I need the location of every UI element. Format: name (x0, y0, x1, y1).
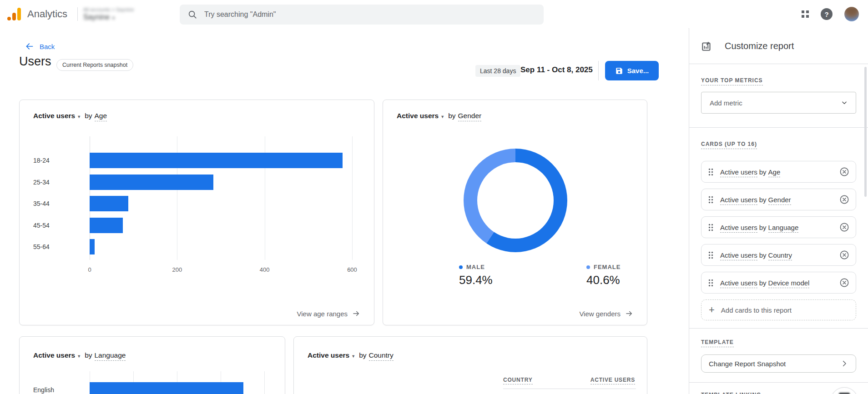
topbar-divider (77, 7, 78, 21)
age-bar-chart: 020040060018-2425-3435-4445-5455-64 (20, 100, 374, 325)
view-age-ranges-link[interactable]: View age ranges (297, 309, 360, 318)
sidebar-card-label: Active usersbyGender (720, 196, 833, 204)
active-users-column-header[interactable]: ACTIVE USERS (590, 377, 635, 384)
age-category-label: 35-44 (33, 200, 50, 207)
add-cards-label: Add cards to this report (721, 306, 792, 314)
add-cards-button[interactable]: + Add cards to this report (701, 299, 856, 320)
drag-handle-icon[interactable] (708, 168, 714, 176)
card-active-users-by-age: Active users ▼ by Age 020040060018-2425-… (19, 100, 374, 325)
add-metric-placeholder: Add metric (710, 99, 742, 107)
drag-handle-icon[interactable] (708, 195, 714, 204)
by-label: by (448, 112, 455, 120)
sidebar-card-item-age[interactable]: Active usersbyAge (701, 161, 856, 183)
sidebar-card-item-language[interactable]: Active usersbyLanguage (701, 216, 856, 238)
x-gridline (264, 371, 265, 394)
user-avatar[interactable] (844, 7, 859, 21)
search-input[interactable] (203, 10, 478, 19)
analytics-logo-icon (7, 7, 22, 21)
dimension-selector[interactable]: Gender (458, 112, 482, 121)
sidebar-card-label: Active usersbyDevice model (720, 279, 833, 287)
remove-circle-icon (839, 222, 849, 232)
chevron-right-icon (840, 359, 848, 368)
brand-name: Analytics (27, 8, 67, 20)
male-legend-dot (459, 265, 463, 269)
analytics-logo[interactable]: Analytics (7, 7, 67, 21)
remove-card-button[interactable] (839, 195, 849, 204)
language-category-label: English (33, 386, 54, 394)
dimension-selector[interactable]: Country (369, 351, 394, 361)
help-icon[interactable]: ? (821, 8, 833, 20)
age-bar (90, 239, 95, 254)
template-heading: TEMPLATE (701, 339, 734, 347)
age-bar (90, 175, 213, 190)
sidebar-card-label: Active usersbyAge (720, 168, 833, 176)
remove-circle-icon (839, 167, 849, 177)
remove-card-button[interactable] (839, 167, 849, 177)
add-metric-dropdown[interactable]: Add metric (701, 92, 856, 114)
page-title: Users (19, 55, 51, 69)
save-label: Save... (627, 67, 649, 75)
remove-card-button[interactable] (839, 278, 849, 288)
date-preset-chip[interactable]: Last 28 days (475, 65, 520, 77)
back-label: Back (40, 43, 55, 50)
drag-handle-icon[interactable] (708, 223, 714, 232)
language-bar-chart: English (20, 337, 285, 394)
female-legend-label: FEMALE (594, 264, 621, 270)
header-divider (598, 61, 599, 80)
customize-report-icon (701, 40, 713, 52)
metric-selector[interactable]: Active users (308, 351, 349, 359)
remove-card-button[interactable] (839, 250, 849, 260)
x-tick-label: 0 (81, 266, 99, 273)
age-category-label: 25-34 (33, 179, 50, 186)
gender-donut-chart (464, 149, 567, 252)
legend-item-female: FEMALE 40.6% (586, 264, 621, 287)
view-genders-link[interactable]: View genders (579, 309, 633, 318)
drag-handle-icon[interactable] (708, 251, 714, 259)
age-bar (90, 218, 123, 233)
template-linking-heading: TEMPLATE LINKING (701, 392, 761, 394)
sidebar-card-item-country[interactable]: Active usersbyCountry (701, 244, 856, 266)
country-column-header[interactable]: COUNTRY (503, 377, 533, 384)
account-name: Saynine (83, 13, 110, 21)
chevron-down-icon: ▼ (440, 115, 444, 119)
x-gridline (352, 136, 353, 260)
legend-item-male: MALE 59.4% (459, 264, 493, 287)
sidebar-card-list: Active usersbyAge Active usersbyGender (701, 161, 856, 294)
change-report-snapshot-button[interactable]: Change Report Snapshot (701, 354, 856, 373)
date-range[interactable]: Sep 11 - Oct 8, 2025 (520, 65, 593, 75)
sidebar-card-label: Active usersbyLanguage (720, 224, 833, 231)
account-caret-icon: ▼ (111, 16, 116, 20)
sidebar-card-label: Active usersbyCountry (720, 251, 833, 259)
arrow-right-icon (625, 309, 633, 318)
global-search[interactable] (180, 5, 544, 25)
apps-grid-icon[interactable] (802, 10, 809, 18)
by-label: by (359, 351, 366, 359)
age-category-label: 18-24 (33, 157, 50, 164)
save-button[interactable]: Save... (605, 61, 659, 80)
scrollbar-thumb[interactable] (864, 67, 867, 197)
age-category-label: 45-54 (33, 222, 50, 229)
top-app-bar: Analytics All accounts > Saynine Saynine… (0, 0, 868, 29)
snapshot-chip: Current Reports snapshot (56, 59, 133, 71)
metric-selector[interactable]: Active users (397, 112, 439, 120)
male-percentage: 59.4% (459, 273, 493, 287)
sidebar-card-item-gender[interactable]: Active usersbyGender (701, 189, 856, 210)
drag-handle-icon[interactable] (708, 279, 714, 287)
x-tick-label: 400 (256, 266, 274, 273)
cards-heading: CARDS (UP TO 16) (701, 141, 757, 149)
table-header-rule (503, 389, 636, 389)
card-active-users-by-country: Active users ▼ by Country COUNTRY ACTIVE… (293, 336, 647, 394)
panel-title: Customize report (725, 41, 794, 51)
remove-card-button[interactable] (839, 222, 849, 232)
arrow-right-icon (352, 309, 360, 318)
remove-circle-icon (839, 195, 849, 204)
remove-circle-icon (839, 278, 849, 288)
chevron-down-icon (841, 100, 848, 106)
remove-circle-icon (839, 250, 849, 260)
back-button[interactable]: Back (25, 42, 55, 51)
sidebar-card-item-device-model[interactable]: Active usersbyDevice model (701, 272, 856, 294)
search-icon (188, 10, 197, 19)
customize-report-panel: Customize report YOUR TOP METRICS Add me… (689, 28, 868, 394)
account-switcher[interactable]: All accounts > Saynine Saynine▼ (83, 7, 134, 21)
chevron-down-icon: ▼ (351, 354, 355, 359)
